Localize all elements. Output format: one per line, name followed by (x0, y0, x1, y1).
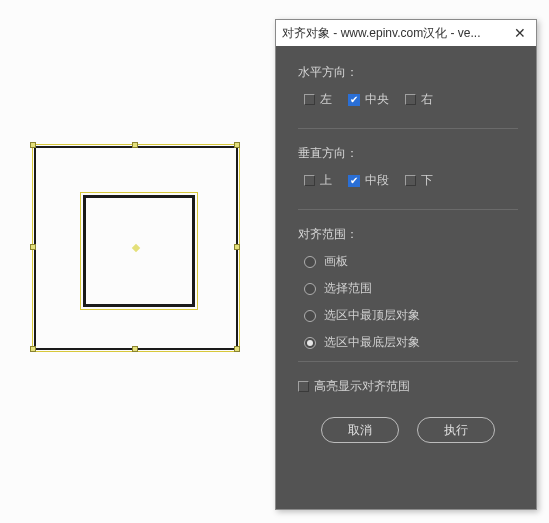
close-icon[interactable]: ✕ (510, 25, 530, 41)
handle-nw[interactable] (30, 142, 36, 148)
highlight-toggle[interactable]: 高亮显示对齐范围 (298, 378, 410, 395)
radio-icon (304, 310, 316, 322)
v-align-bottom[interactable]: 下 (405, 172, 433, 189)
dialog-body: 水平方向： 左 ✔ 中央 右 垂直方向： 上 ✔ 中段 (276, 46, 536, 457)
h-align-center[interactable]: ✔ 中央 (348, 91, 389, 108)
h-align-right[interactable]: 右 (405, 91, 433, 108)
align-dialog: 对齐对象 - www.epinv.com汉化 - ve... ✕ 水平方向： 左… (275, 19, 537, 510)
handle-sw[interactable] (30, 346, 36, 352)
canvas-preview (34, 146, 238, 350)
handle-e[interactable] (234, 244, 240, 250)
scope-selection[interactable]: 选择范围 (298, 280, 518, 297)
checkbox-icon (405, 175, 416, 186)
radio-icon (304, 256, 316, 268)
checkbox-icon (304, 175, 315, 186)
scope-artboard-label: 画板 (324, 253, 348, 270)
handle-ne[interactable] (234, 142, 240, 148)
v-align-middle[interactable]: ✔ 中段 (348, 172, 389, 189)
button-bar: 取消 执行 (298, 417, 518, 443)
radio-icon (304, 283, 316, 295)
h-right-label: 右 (421, 91, 433, 108)
handle-w[interactable] (30, 244, 36, 250)
checkbox-checked-icon: ✔ (348, 94, 360, 106)
h-left-label: 左 (320, 91, 332, 108)
v-bottom-label: 下 (421, 172, 433, 189)
dialog-titlebar[interactable]: 对齐对象 - www.epinv.com汉化 - ve... ✕ (276, 20, 536, 46)
v-top-label: 上 (320, 172, 332, 189)
vertical-row: 上 ✔ 中段 下 (298, 172, 518, 189)
execute-label: 执行 (444, 422, 468, 439)
highlight-label: 高亮显示对齐范围 (314, 378, 410, 395)
scope-bottommost[interactable]: 选区中最底层对象 (298, 334, 518, 351)
scope-selection-label: 选择范围 (324, 280, 372, 297)
v-align-top[interactable]: 上 (304, 172, 332, 189)
radio-selected-icon (304, 337, 316, 349)
checkbox-icon (298, 381, 309, 392)
horizontal-row: 左 ✔ 中央 右 (298, 91, 518, 108)
execute-button[interactable]: 执行 (417, 417, 495, 443)
checkbox-checked-icon: ✔ (348, 175, 360, 187)
checkbox-icon (304, 94, 315, 105)
handle-n[interactable] (132, 142, 138, 148)
h-align-left[interactable]: 左 (304, 91, 332, 108)
checkbox-icon (405, 94, 416, 105)
inner-rect[interactable] (83, 195, 195, 307)
h-center-label: 中央 (365, 91, 389, 108)
vertical-label: 垂直方向： (298, 145, 518, 162)
divider (298, 209, 518, 210)
scope-label: 对齐范围： (298, 226, 518, 243)
dialog-title: 对齐对象 - www.epinv.com汉化 - ve... (282, 25, 510, 42)
cancel-label: 取消 (348, 422, 372, 439)
divider (298, 128, 518, 129)
divider (298, 361, 518, 362)
scope-topmost-label: 选区中最顶层对象 (324, 307, 420, 324)
horizontal-label: 水平方向： (298, 64, 518, 81)
handle-se[interactable] (234, 346, 240, 352)
scope-bottommost-label: 选区中最底层对象 (324, 334, 420, 351)
cancel-button[interactable]: 取消 (321, 417, 399, 443)
scope-topmost[interactable]: 选区中最顶层对象 (298, 307, 518, 324)
scope-artboard[interactable]: 画板 (298, 253, 518, 270)
v-middle-label: 中段 (365, 172, 389, 189)
handle-s[interactable] (132, 346, 138, 352)
